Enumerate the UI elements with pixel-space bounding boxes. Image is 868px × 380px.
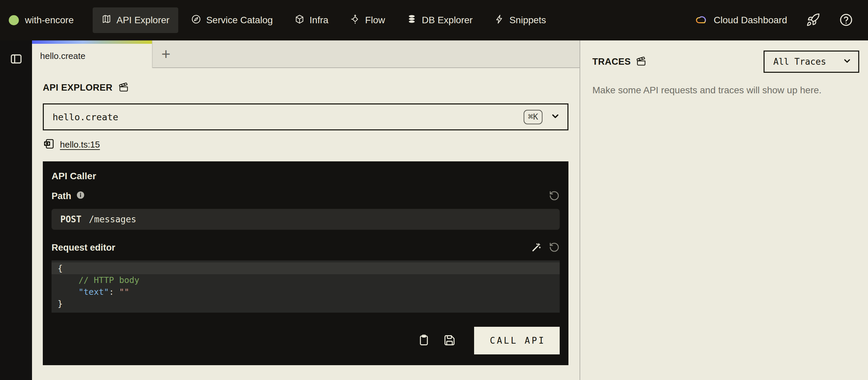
compass-icon [191, 14, 201, 27]
reset-request-button[interactable] [549, 242, 560, 254]
endpoint-select[interactable]: hello.create ⌘K [43, 103, 568, 130]
api-explorer-video-button[interactable] [119, 82, 129, 93]
topbar-right: Cloud Dashboard [695, 13, 853, 28]
api-caller-title: API Caller [52, 171, 560, 182]
tab-hello-create[interactable]: hello.create [32, 40, 153, 68]
nav-item-label: Infra [310, 15, 329, 26]
cloud-dashboard-label: Cloud Dashboard [714, 15, 787, 26]
endpoint-path-display: POST /messages [52, 209, 560, 230]
side-rail [0, 40, 32, 380]
endpoint-select-value: hello.create [53, 112, 524, 122]
source-link[interactable]: hello.ts:15 [60, 139, 100, 150]
trace-filter-value: All Traces [773, 57, 833, 67]
api-caller-footer: CALL API [52, 327, 560, 354]
code-line: } [52, 298, 560, 310]
nav-item-infra[interactable]: Infra [286, 7, 337, 33]
sidebar-panel-icon [10, 61, 23, 66]
lightning-icon [494, 14, 504, 27]
save-icon [443, 334, 456, 348]
clapperboard-icon [636, 56, 646, 67]
nav-item-label: Service Catalog [206, 15, 273, 26]
path-row: Path [52, 190, 560, 202]
path-label-wrap: Path [52, 191, 85, 202]
trace-filter-select[interactable]: All Traces [764, 51, 859, 73]
nav-item-label: Flow [365, 15, 385, 26]
traces-title: TRACES [592, 57, 631, 67]
info-icon[interactable] [76, 191, 85, 202]
source-file-row: hello.ts:15 [43, 138, 580, 151]
topbar: with-encore API Explorer Service Catalog… [0, 0, 868, 40]
api-explorer-content: API EXPLORER hello.create ⌘K hello. [32, 68, 580, 365]
request-body-editor[interactable]: { // HTTP body "text": "" } [52, 260, 560, 313]
cloud-dashboard-link[interactable]: Cloud Dashboard [695, 13, 787, 28]
nav-item-label: DB Explorer [422, 15, 473, 26]
app-shell: hello.create + API EXPLORER hello.create… [0, 40, 868, 380]
nav-item-snippets[interactable]: Snippets [486, 7, 555, 33]
page-title: API EXPLORER [43, 83, 113, 93]
code-file-icon [43, 138, 55, 151]
request-editor-label: Request editor [52, 243, 115, 253]
app-identity: with-encore [9, 15, 74, 26]
code-line: "text": "" [52, 286, 560, 298]
map-icon [101, 14, 112, 27]
traces-video-button[interactable] [636, 56, 646, 67]
help-button[interactable] [839, 13, 853, 28]
launch-button[interactable] [806, 13, 820, 28]
tab-label: hello.create [40, 51, 85, 61]
clipboard-icon [417, 334, 430, 348]
http-method: POST [60, 214, 82, 224]
traces-header: TRACES All Traces [592, 51, 859, 73]
call-api-button[interactable]: CALL API [474, 327, 560, 354]
code-line: { [52, 262, 560, 274]
copy-request-button[interactable] [417, 334, 430, 348]
save-request-button[interactable] [443, 334, 456, 348]
traces-empty-message: Make some API requests and traces will s… [592, 85, 859, 96]
cloud-icon [695, 13, 708, 28]
main-column: hello.create + API EXPLORER hello.create… [32, 40, 580, 380]
new-tab-button[interactable]: + [161, 46, 170, 62]
code-comment: // HTTP body [79, 275, 140, 285]
http-path: /messages [89, 214, 136, 224]
cube-icon [294, 14, 305, 27]
toggle-sidebar-button[interactable] [10, 52, 23, 67]
nav-item-db-explorer[interactable]: DB Explorer [398, 7, 482, 33]
traces-panel: TRACES All Traces Make some API requests… [580, 40, 868, 380]
nav-item-flow[interactable]: Flow [341, 7, 394, 33]
clapperboard-icon [119, 82, 129, 93]
reset-icon [549, 190, 560, 202]
api-caller-panel: API Caller Path [43, 161, 568, 365]
help-icon [839, 13, 853, 28]
request-editor-row: Request editor [52, 242, 560, 254]
tab-strip: hello.create + [32, 40, 580, 68]
tab-strip-filler: + [153, 40, 580, 68]
reset-icon [549, 242, 560, 254]
nav-item-label: API Explorer [117, 15, 169, 26]
code-line: // HTTP body [52, 274, 560, 286]
app-name: with-encore [25, 15, 74, 26]
code-key: "text" [79, 287, 109, 297]
shortcut-badge: ⌘K [524, 110, 542, 124]
chevron-down-icon [842, 56, 852, 67]
top-navigation: API Explorer Service Catalog Infra Flow … [93, 7, 555, 33]
generate-payload-button[interactable] [531, 242, 541, 253]
reset-path-button[interactable] [549, 190, 560, 202]
api-explorer-header: API EXPLORER [43, 82, 580, 93]
magic-wand-icon [531, 242, 541, 253]
nav-item-label: Snippets [509, 15, 546, 26]
path-label: Path [52, 191, 71, 201]
flow-sparkle-icon [350, 14, 360, 27]
nav-item-service-catalog[interactable]: Service Catalog [182, 7, 282, 33]
chevron-down-icon [550, 111, 561, 123]
database-icon [407, 14, 417, 27]
app-status-dot [9, 15, 19, 25]
rocket-icon [806, 13, 820, 28]
code-value: "" [119, 287, 129, 297]
nav-item-api-explorer[interactable]: API Explorer [93, 7, 178, 33]
